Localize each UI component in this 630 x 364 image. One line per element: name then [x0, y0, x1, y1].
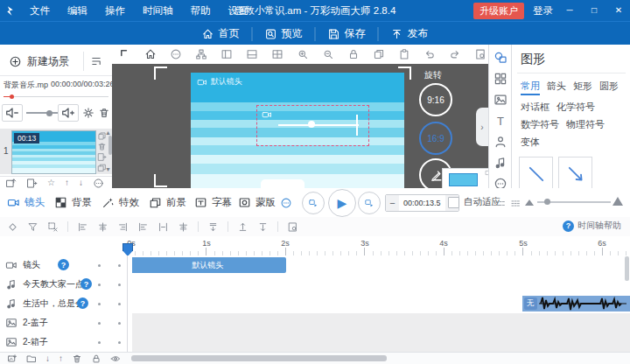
- maximize-button[interactable]: □: [586, 0, 602, 21]
- track-option-dot[interactable]: [118, 322, 121, 325]
- upgrade-account-button[interactable]: 升级账户: [473, 3, 524, 19]
- autofit-checkbox[interactable]: [448, 197, 459, 208]
- menu-edit[interactable]: 编辑: [59, 0, 96, 21]
- music-tool-icon[interactable]: [494, 156, 508, 170]
- tab-chemistry[interactable]: 化学符号: [556, 102, 595, 113]
- tab-common[interactable]: 常用: [521, 80, 540, 95]
- track-option-dot[interactable]: [118, 264, 121, 267]
- camera-path-point[interactable]: [308, 121, 315, 128]
- zoom-out-small-icon[interactable]: [525, 200, 534, 206]
- camera-selection-box[interactable]: [256, 105, 369, 146]
- fit-all-icon[interactable]: [510, 198, 522, 209]
- distribute-h-icon[interactable]: [158, 221, 169, 233]
- scene-thumbnail[interactable]: 00:13: [11, 130, 96, 174]
- insert-scene-icon[interactable]: [5, 178, 17, 189]
- zoom-in-icon[interactable]: [297, 48, 309, 60]
- filter-icon[interactable]: [27, 221, 38, 233]
- new-scene-button[interactable]: 新建场景: [9, 54, 69, 69]
- timeline-help-link[interactable]: ? 时间轴帮助: [563, 220, 621, 232]
- shape-arrow[interactable]: [558, 157, 592, 191]
- scene-scroll-down-icon[interactable]: ▼: [105, 166, 111, 172]
- menu-file[interactable]: 文件: [21, 0, 59, 21]
- minimap[interactable]: [442, 168, 488, 188]
- lock-icon[interactable]: [347, 48, 360, 60]
- tab-physics[interactable]: 物理符号: [566, 119, 605, 130]
- move-track-down-icon[interactable]: [257, 221, 269, 233]
- timeline-ruler[interactable]: 0s 1s 2s 3s 4s 5s 6s: [0, 236, 630, 256]
- play-button[interactable]: ▶: [328, 189, 356, 217]
- track-option-dot[interactable]: [118, 284, 121, 286]
- close-button[interactable]: ✕: [611, 0, 626, 21]
- element-track-lane[interactable]: [128, 313, 630, 332]
- camera-path-end-handle[interactable]: [356, 115, 358, 136]
- timeline-zoom-slider[interactable]: [525, 197, 623, 207]
- export-settings-icon[interactable]: [474, 48, 486, 60]
- delete-track-icon[interactable]: [72, 354, 82, 364]
- collapse-canvas-tab[interactable]: ⌄: [261, 179, 304, 188]
- scene-export-icon[interactable]: [97, 152, 107, 162]
- mask-tab[interactable]: 蒙版: [238, 188, 276, 217]
- menu-action[interactable]: 操作: [96, 0, 134, 21]
- tab-callouts[interactable]: 对话框: [521, 102, 550, 113]
- track-header-element-2[interactable]: 2-箱子: [0, 332, 132, 352]
- redo-icon[interactable]: [449, 48, 461, 60]
- help-icon[interactable]: ?: [77, 298, 88, 309]
- zoom-slider-handle[interactable]: [544, 199, 550, 205]
- move-up-icon[interactable]: ↑: [59, 354, 63, 364]
- move-down-icon[interactable]: ↓: [46, 354, 50, 364]
- music-delete-icon[interactable]: [98, 107, 110, 119]
- node-tree-icon[interactable]: [195, 48, 207, 60]
- track-option-dot[interactable]: [98, 264, 101, 267]
- track-header-camera[interactable]: 镜头 ?: [0, 256, 132, 275]
- track-option-dot[interactable]: [118, 303, 121, 305]
- align-center-icon[interactable]: [97, 221, 108, 233]
- shift-down-icon[interactable]: [207, 221, 219, 233]
- track-option-dot[interactable]: [98, 303, 101, 305]
- folder-icon[interactable]: [26, 354, 37, 364]
- duration-minus-button[interactable]: −: [386, 195, 399, 211]
- background-tab[interactable]: 背景: [54, 188, 92, 217]
- stage-canvas[interactable]: 默认镜头 旋转 9:16 16:9 › ⌄: [112, 64, 488, 188]
- move-scene-down-icon[interactable]: ↓: [79, 178, 83, 188]
- help-icon[interactable]: ?: [58, 259, 69, 270]
- timeline-export-icon[interactable]: [287, 221, 298, 233]
- ratio-9-16-button[interactable]: 9:16: [419, 83, 452, 116]
- track-header-audio-1[interactable]: 今天教大家一点转 ?: [0, 275, 132, 294]
- paste-icon[interactable]: [398, 48, 410, 60]
- image-tool-icon[interactable]: [494, 93, 508, 107]
- text-tool-icon[interactable]: T: [494, 114, 508, 128]
- preview-from-start-button[interactable]: [302, 192, 325, 214]
- favorite-scene-icon[interactable]: ☆: [47, 178, 55, 188]
- minimize-button[interactable]: ─: [562, 0, 578, 21]
- layout-split-icon[interactable]: [271, 48, 284, 60]
- material-tool-icon[interactable]: [494, 72, 508, 86]
- volume-slider[interactable]: [26, 108, 54, 117]
- ratio-16-9-button[interactable]: 16:9: [419, 122, 452, 155]
- character-tool-icon[interactable]: [494, 135, 508, 149]
- camera-tab[interactable]: 镜头: [7, 188, 45, 217]
- add-element-icon[interactable]: [7, 354, 18, 364]
- timeline-vertical-scrollbar[interactable]: [625, 256, 629, 281]
- scene-more-icon[interactable]: [93, 178, 104, 189]
- home-button[interactable]: 首页: [190, 26, 252, 41]
- canvas-home-icon[interactable]: [144, 48, 157, 60]
- lock-track-icon[interactable]: [91, 354, 102, 364]
- audio-clip[interactable]: 无: [522, 296, 630, 312]
- track-option-dot[interactable]: [118, 341, 121, 344]
- camera-track-lane[interactable]: 默认镜头: [128, 256, 630, 275]
- zoom-in-large-icon[interactable]: [612, 197, 623, 206]
- scene-sort-icon[interactable]: [90, 55, 102, 67]
- subtitle-tab[interactable]: 字幕: [194, 188, 232, 217]
- scene-delete-icon[interactable]: [97, 142, 107, 151]
- minimap-viewport[interactable]: [449, 173, 478, 186]
- music-settings-icon[interactable]: [82, 107, 94, 119]
- track-header-audio-2[interactable]: 生活中，总是会发生 ?: [0, 294, 132, 313]
- clear-selection-icon[interactable]: [47, 221, 59, 233]
- canvas-more-icon[interactable]: [170, 48, 182, 60]
- align-left-icon[interactable]: [77, 221, 88, 233]
- visibility-icon[interactable]: [110, 354, 121, 364]
- music-progress-bar[interactable]: [4, 95, 108, 98]
- keyframe-icon[interactable]: [7, 221, 18, 233]
- shape-line[interactable]: [519, 157, 553, 191]
- effects-tab[interactable]: 特效: [102, 188, 139, 217]
